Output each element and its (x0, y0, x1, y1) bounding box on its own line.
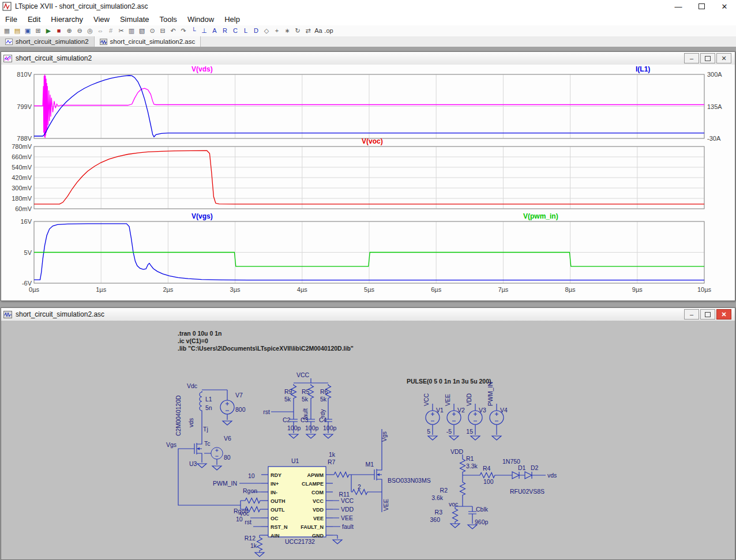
ground-icon[interactable]: ⊥ (200, 26, 209, 36)
save-icon[interactable]: ▣ (23, 26, 32, 36)
wire-icon[interactable]: └ (189, 26, 198, 36)
tab-schematic[interactable]: short_circuit_simulation2.asc (95, 36, 201, 47)
u1-pin-label: VEE (313, 516, 324, 521)
schematic-label: C3 (301, 416, 309, 423)
trace-name-label[interactable]: V(vgs) (191, 212, 213, 220)
maximize-button[interactable] (690, 0, 713, 13)
waveform-window-minimize-button[interactable]: – (684, 53, 699, 63)
axis-tick-label: 60mV (15, 205, 32, 212)
trace-name-label[interactable]: V(pwm_in) (523, 212, 558, 220)
schematic-window[interactable]: short_circuit_simulation2.asc – ✕ (1, 307, 735, 560)
schematic-label: Rgon (243, 487, 257, 494)
schematic-label: VDD (450, 448, 464, 455)
app-title-bar[interactable]: LTspice XVII - short_circuit_simulation2… (0, 0, 736, 13)
label-icon[interactable]: A (210, 26, 219, 36)
menu-tools[interactable]: Tools (155, 14, 182, 25)
schematic-label: R4 (483, 465, 491, 472)
inductor-icon[interactable]: L (241, 26, 250, 36)
schematic-label: V1 (436, 407, 444, 414)
schematic-canvas[interactable]: RDYIN+IN-OUTHOUTLOCRST_NAINAPWMCLAMPECOM… (1, 321, 734, 559)
axis-tick-label: 5V (24, 249, 32, 256)
halt-icon[interactable]: ■ (54, 26, 63, 36)
drag-icon[interactable]: ∗ (283, 26, 292, 36)
schematic-label: RFU02VS8S (510, 488, 545, 495)
schematic-label: PULSE(0 5 0 1n 1n 3u 5u 200) (407, 378, 491, 385)
waveform-window-close-button[interactable]: ✕ (716, 53, 731, 63)
schematic-label: C4 (319, 416, 327, 423)
minimize-button[interactable]: — (667, 0, 690, 13)
tab-waveform[interactable]: short_circuit_simulation2 (0, 36, 95, 47)
trace-name-label[interactable]: I(L1) (636, 65, 650, 73)
menu-help[interactable]: Help (219, 14, 245, 25)
axis-tick-label: 420mV (12, 174, 32, 181)
axis-tick-label: 780mV (12, 143, 32, 150)
text-icon[interactable]: Aa (314, 26, 323, 36)
paste-icon[interactable]: ▧ (137, 26, 147, 36)
u1-pin-label: FAULT_N (301, 524, 324, 530)
app-icon (2, 2, 12, 11)
run-icon[interactable]: ▶ (44, 26, 53, 36)
zoom-in-icon[interactable]: ⊕ (65, 26, 74, 36)
pan-icon[interactable]: ⇔ (96, 26, 105, 36)
menu-file[interactable]: File (0, 14, 22, 25)
schematic-label: BSO033N03MS (388, 477, 431, 484)
control-panel-icon[interactable]: ⊞ (33, 26, 43, 36)
schematic-label: V7 (235, 392, 243, 399)
schematic-label: R9 (284, 388, 292, 395)
menu-view[interactable]: View (88, 14, 115, 25)
schematic-label: vds (547, 472, 557, 479)
menu-edit[interactable]: Edit (22, 14, 46, 25)
trace-name-label[interactable]: V(vds) (191, 65, 213, 73)
rotate-icon[interactable]: ↻ (293, 26, 302, 36)
schematic-label: C2 (283, 416, 291, 423)
schematic-window-restore-button[interactable] (700, 309, 715, 320)
redo-icon[interactable]: ↷ (179, 26, 188, 36)
schematic-window-title-bar[interactable]: short_circuit_simulation2.asc – ✕ (1, 308, 735, 321)
schematic-label: rst (245, 518, 251, 525)
grid-icon[interactable]: # (106, 26, 115, 36)
u1-pin-label: OUTL (271, 507, 285, 513)
u1-pin-label: RST_N (271, 524, 288, 530)
find-icon[interactable]: ⊙ (148, 26, 157, 36)
diode-icon[interactable]: D (251, 26, 261, 36)
waveform-window-title-bar[interactable]: short_circuit_simulation2 – ✕ (1, 52, 735, 65)
schematic-label: 10 (248, 472, 255, 479)
undo-icon[interactable]: ↶ (168, 26, 178, 36)
waveform-plot[interactable]: 810V799V788V300A135A-30AV(vds)I(L1) 780m… (1, 65, 734, 299)
move-icon[interactable]: + (272, 26, 281, 36)
schematic-label: 2 (358, 483, 361, 490)
menu-window[interactable]: Window (182, 14, 219, 25)
time-axis-label: 1µs (96, 286, 106, 293)
component-icon[interactable]: ◇ (262, 26, 271, 36)
zoom-full-icon[interactable]: ◎ (85, 26, 95, 36)
capacitor-icon[interactable]: C (231, 26, 240, 36)
close-button[interactable]: ✕ (713, 0, 736, 13)
waveform-window[interactable]: short_circuit_simulation2 – ✕ 810V799V78… (1, 51, 735, 301)
trace-name-label[interactable]: V(voc) (362, 137, 383, 145)
menu-bar: FileEditHierarchyViewSimulateToolsWindow… (0, 13, 736, 26)
u1-pin-label: AIN (271, 533, 280, 539)
mirror-icon[interactable]: ⇄ (303, 26, 313, 36)
menu-hierarchy[interactable]: Hierarchy (46, 14, 88, 25)
copy-icon[interactable]: ▥ (127, 26, 136, 36)
schematic-label: R5 (302, 388, 310, 395)
zoom-out-icon[interactable]: ⊖ (75, 26, 84, 36)
schematic-label: VEE (382, 499, 389, 511)
cut-icon[interactable]: ✂ (117, 26, 126, 36)
print-icon[interactable]: ⊟ (158, 26, 167, 36)
menu-simulate[interactable]: Simulate (115, 14, 155, 25)
schematic-window-minimize-button[interactable]: – (684, 309, 699, 320)
schematic-label: R3 (435, 509, 443, 516)
resistor-icon[interactable]: R (220, 26, 230, 36)
waveform-window-restore-button[interactable] (700, 53, 715, 63)
time-axis-label: 10µs (697, 286, 712, 293)
axis-tick-label: 660mV (12, 153, 32, 160)
axis-tick-label: 135A (707, 103, 722, 110)
window-title: LTspice XVII - short_circuit_simulation2… (15, 2, 148, 10)
schematic-window-close-button[interactable]: ✕ (716, 309, 731, 320)
schematic-label: VEE (341, 514, 353, 521)
new-schematic-icon[interactable]: ▦ (2, 26, 12, 36)
spice-directive-icon[interactable]: .op (324, 26, 333, 36)
open-icon[interactable]: ▤ (13, 26, 22, 36)
toolbar: ▦▤▣⊞▶■⊕⊖◎⇔#✂▥▧⊙⊟↶↷└⊥ARCLD◇+∗↻⇄Aa.op (0, 25, 736, 37)
